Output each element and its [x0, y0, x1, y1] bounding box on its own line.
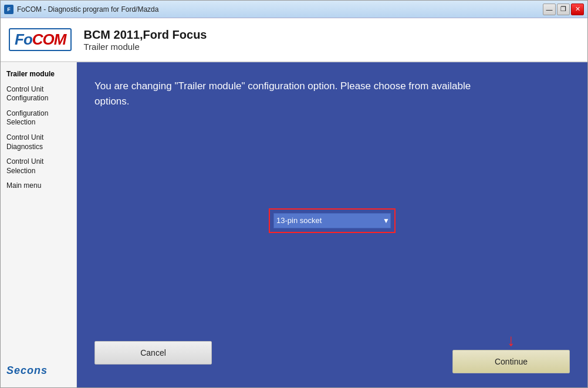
logo-com: COM [32, 31, 66, 48]
main-content: You are changing "Trailer module" config… [77, 62, 587, 387]
logo: FoCOM [9, 28, 72, 51]
window-title: FoCOM - Diagnostic program for Ford/Mazd… [17, 5, 158, 14]
sidebar-item-trailer-module[interactable]: Trailer module [1, 67, 76, 82]
app-header: FoCOM BCM 2011,Ford Focus Trailer module [1, 18, 587, 62]
continue-button[interactable]: Continue [452, 350, 570, 373]
description-text: You are changing "Trailer module" config… [94, 79, 505, 109]
trailer-module-select[interactable]: 13-pin socket No trailer module 7-pin so… [273, 213, 391, 228]
sidebar-bottom: Secons [1, 359, 76, 383]
sidebar-item-main-menu[interactable]: Main menu [1, 178, 76, 194]
arrow-down-icon: ↓ [507, 332, 515, 349]
secons-logo: Secons [6, 365, 70, 377]
header-text: BCM 2011,Ford Focus Trailer module [83, 28, 207, 52]
app-icon: F [4, 5, 13, 14]
logo-fo: Fo [15, 31, 32, 48]
sidebar-item-control-unit-config[interactable]: Control Unit Configuration [1, 82, 76, 106]
title-bar: F FoCOM - Diagnostic program for Ford/Ma… [1, 1, 587, 18]
dropdown-wrapper: 13-pin socket No trailer module 7-pin so… [269, 208, 396, 233]
car-model: BCM 2011,Ford Focus [83, 28, 207, 42]
cancel-button[interactable]: Cancel [94, 341, 212, 365]
sidebar-item-config-selection[interactable]: Configuration Selection [1, 106, 76, 130]
sidebar: Trailer module Control Unit Configuratio… [1, 62, 77, 387]
module-name: Trailer module [83, 42, 207, 52]
app-body: Trailer module Control Unit Configuratio… [1, 62, 587, 387]
dropdown-inner: 13-pin socket No trailer module 7-pin so… [273, 213, 391, 228]
buttons-row: Cancel ↓ Continue [94, 332, 570, 373]
continue-area: ↓ Continue [452, 332, 570, 373]
minimize-button[interactable]: — [543, 4, 556, 15]
main-window: F FoCOM - Diagnostic program for Ford/Ma… [0, 0, 588, 388]
window-controls: — ❐ ✕ [543, 4, 584, 15]
restore-button[interactable]: ❐ [557, 4, 570, 15]
sidebar-item-diagnostics[interactable]: Control Unit Diagnostics [1, 130, 76, 154]
close-button[interactable]: ✕ [571, 4, 584, 15]
dropdown-area: 13-pin socket No trailer module 7-pin so… [94, 120, 570, 320]
sidebar-item-unit-selection[interactable]: Control Unit Selection [1, 154, 76, 178]
